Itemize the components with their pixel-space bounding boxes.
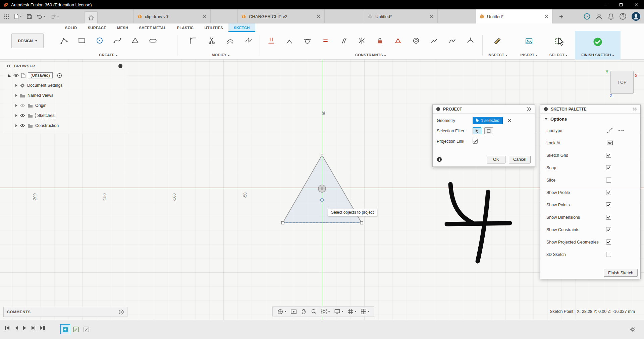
curvature-constraint-icon[interactable] (461, 32, 479, 49)
center-point[interactable] (321, 187, 323, 190)
tab-sheet-metal[interactable]: SHEET METAL (133, 23, 171, 32)
palette-dock-icon[interactable] (633, 107, 637, 111)
timeline-step-forward-icon[interactable] (31, 326, 35, 330)
circle-tool-icon[interactable] (91, 32, 108, 49)
help-icon[interactable] (619, 13, 627, 20)
doc-tab-2[interactable]: CHARGER CLIP v2 (237, 9, 325, 23)
viewports-icon[interactable] (360, 308, 371, 315)
snap-checkbox[interactable] (606, 165, 611, 170)
file-menu-icon[interactable] (12, 12, 24, 21)
finish-sketch-palette-button[interactable]: Finish Sketch (604, 269, 638, 277)
display-settings-icon[interactable] (333, 308, 344, 315)
trim-tool-icon[interactable] (202, 32, 221, 49)
expand-arrow-icon[interactable] (15, 104, 17, 107)
comments-bar[interactable]: COMMENTS (3, 307, 127, 317)
tab-mesh[interactable]: MESH (112, 23, 133, 32)
visibility-eye-icon[interactable] (20, 124, 25, 128)
break-tool-icon[interactable] (239, 32, 258, 49)
filter-bodies-button[interactable] (473, 127, 481, 134)
vertex-point[interactable] (321, 154, 323, 156)
doc-tab-1[interactable]: clip draw v0 (133, 9, 211, 23)
palette-collapse-icon[interactable] (544, 107, 548, 111)
show-constraints-checkbox[interactable] (606, 227, 611, 232)
create-group-label[interactable]: CREATE (55, 53, 162, 57)
slot-tool-icon[interactable] (144, 32, 162, 49)
timeline-settings-gear-icon[interactable] (630, 326, 636, 333)
app-grid-menu-icon[interactable] (2, 12, 11, 21)
concentric-constraint-icon[interactable] (407, 32, 425, 49)
clear-selection-icon[interactable] (507, 119, 512, 123)
midpoint-constraint-icon[interactable] (389, 32, 407, 49)
visibility-eye-icon[interactable] (20, 104, 25, 108)
doc-tab-3[interactable]: Untitled* (364, 9, 438, 23)
tab-utilities[interactable]: UTILITIES (199, 23, 228, 32)
construction-line-icon[interactable] (606, 127, 613, 134)
tangent-constraint-icon[interactable] (298, 32, 316, 49)
browser-root-row[interactable]: (Unsaved) (3, 70, 127, 80)
geometry-selection-button[interactable]: 1 selected (473, 117, 503, 124)
expand-arrow-icon[interactable] (15, 94, 17, 97)
fillet-tool-icon[interactable] (184, 32, 202, 49)
grid-settings-icon[interactable] (346, 308, 358, 315)
inspect-group[interactable]: INSPECT (483, 32, 512, 60)
sketch-point[interactable] (321, 199, 324, 202)
horizontal-vertical-constraint-icon[interactable] (262, 32, 280, 49)
account-icon[interactable] (595, 13, 603, 20)
root-document-label[interactable]: (Unsaved) (28, 72, 53, 78)
timeline-go-to-end-icon[interactable] (40, 326, 45, 330)
tab-close-icon[interactable] (544, 14, 549, 19)
expand-arrow-icon[interactable] (15, 84, 17, 87)
notifications-bell-icon[interactable] (607, 13, 614, 20)
browser-item-document-settings[interactable]: Document Settings (3, 80, 127, 90)
browser-item-construction[interactable]: Construction (3, 121, 127, 131)
filter-sketch-button[interactable] (484, 127, 493, 134)
finish-sketch-button[interactable]: FINISH SKETCH (575, 31, 621, 60)
centerline-icon[interactable] (618, 127, 625, 134)
equal-constraint-icon[interactable] (316, 32, 334, 49)
user-avatar[interactable] (631, 12, 641, 21)
vertex-point[interactable] (360, 221, 363, 224)
3d-sketch-checkbox[interactable] (606, 252, 611, 257)
look-at-icon[interactable] (606, 139, 613, 147)
expand-arrow-icon[interactable] (15, 124, 17, 127)
show-points-checkbox[interactable] (606, 202, 611, 207)
line-tool-icon[interactable] (55, 32, 73, 49)
smooth-constraint-icon[interactable] (443, 32, 461, 49)
tab-solid[interactable]: SOLID (60, 23, 83, 32)
new-tab-button[interactable] (557, 12, 566, 21)
projection-link-checkbox[interactable] (473, 139, 478, 144)
redo-icon[interactable] (48, 12, 61, 21)
parallel-constraint-icon[interactable] (334, 32, 353, 49)
tab-sketch-active[interactable]: SKETCH (228, 23, 255, 32)
zoom-icon[interactable] (310, 308, 318, 315)
collinear-constraint-icon[interactable] (425, 32, 443, 49)
browser-item-origin[interactable]: Origin (3, 100, 127, 111)
collapse-panel-icon[interactable] (7, 64, 11, 68)
dialog-collapse-icon[interactable] (436, 107, 440, 111)
capture-position-icon[interactable] (57, 73, 62, 78)
spline-tool-icon[interactable] (108, 32, 126, 49)
timeline-feature-sketch[interactable] (82, 325, 91, 334)
undo-icon[interactable] (35, 12, 47, 21)
visibility-eye-icon[interactable] (13, 73, 19, 77)
show-dimensions-checkbox[interactable] (606, 215, 611, 220)
hand-drawn-numeral[interactable] (447, 184, 510, 261)
tab-surface[interactable]: SURFACE (83, 23, 112, 32)
collapse-all-icon[interactable] (118, 64, 123, 68)
timeline-feature-selected[interactable] (60, 324, 70, 334)
show-profile-checkbox[interactable] (606, 190, 611, 195)
polygon-tool-icon[interactable] (126, 32, 144, 49)
constraints-group-label[interactable]: CONSTRAINTS (262, 53, 479, 57)
tab-close-icon[interactable] (316, 14, 321, 19)
vertex-point[interactable] (281, 221, 284, 224)
orbit-icon[interactable] (276, 308, 287, 316)
timeline-go-to-start-icon[interactable] (5, 326, 10, 330)
tab-close-icon[interactable] (202, 14, 207, 19)
expand-arrow-icon[interactable] (15, 114, 17, 117)
maximize-button[interactable] (613, 0, 629, 9)
coincident-constraint-icon[interactable] (280, 32, 298, 49)
modify-group-label[interactable]: MODIFY (184, 53, 258, 57)
symmetry-constraint-icon[interactable] (353, 32, 371, 49)
pan-hand-icon[interactable] (300, 308, 308, 315)
timeline-step-back-icon[interactable] (14, 326, 18, 330)
